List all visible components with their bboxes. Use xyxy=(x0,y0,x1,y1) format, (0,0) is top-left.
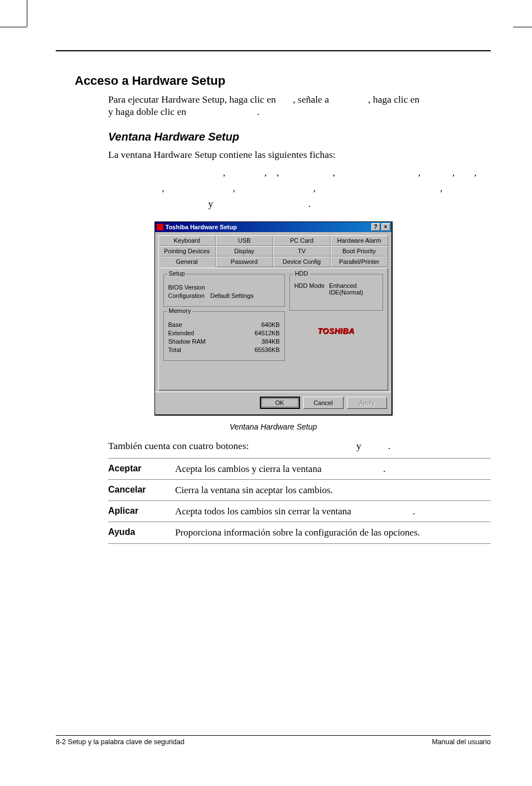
tabs-list-text: , , , , , , , , , , xyxy=(108,165,491,211)
app-icon xyxy=(157,224,163,230)
hardware-setup-dialog: Toshiba Hardware Setup ? × Keyboard USB … xyxy=(154,221,393,416)
tab-password[interactable]: Password xyxy=(216,257,273,267)
subsection-intro: La ventana Hardware Setup contiene las s… xyxy=(108,149,491,161)
def-term: Ayuda xyxy=(108,522,175,543)
memory-legend: Memory xyxy=(167,307,193,314)
mem-base-label: Base xyxy=(168,321,182,328)
tab-general[interactable]: General xyxy=(158,257,216,267)
configuration-label: Configuration xyxy=(168,292,205,299)
dialog-titlebar: Toshiba Hardware Setup ? × xyxy=(155,222,391,232)
hdd-group: HDD HDD Mode Enhanced IDE(Normal) xyxy=(289,274,383,311)
mem-total-label: Total xyxy=(168,346,181,353)
tab-boot-priority[interactable]: Boot Priority xyxy=(331,246,388,257)
subsection-heading: Ventana Hardware Setup xyxy=(108,131,491,143)
hdd-legend: HDD xyxy=(293,270,310,277)
button-definitions-table: Aceptar Acepta los cambios y cierra la v… xyxy=(108,458,491,544)
mem-total-value: 65536KB xyxy=(241,346,280,353)
table-row: Cancelar Cierra la ventana sin aceptar l… xyxy=(108,479,491,500)
buttons-intro: También cuenta con cuatro botones: y . xyxy=(108,440,491,452)
section-heading: Acceso a Hardware Setup xyxy=(75,74,491,88)
setup-group: Setup BIOS Version Configuration Default… xyxy=(163,274,285,307)
figure-caption: Ventana Hardware Setup xyxy=(56,422,491,431)
tab-display[interactable]: Display xyxy=(216,246,273,257)
hdd-mode-label: HDD Mode xyxy=(294,282,325,296)
memory-group: Memory Base640KB Extended64512KB Shadow … xyxy=(163,311,285,361)
footer-left: 8-2 Setup y la palabra clave de segurida… xyxy=(56,738,185,746)
tab-pc-card[interactable]: PC Card xyxy=(273,235,331,246)
tab-pointing-devices[interactable]: Pointing Devices xyxy=(158,246,216,257)
table-row: Ayuda Proporciona información sobre la c… xyxy=(108,522,491,543)
mem-extended-label: Extended xyxy=(168,330,194,336)
def-term: Aplicar xyxy=(108,501,175,522)
mem-shadow-label: Shadow RAM xyxy=(168,338,206,345)
def-desc: Proporciona información sobre la configu… xyxy=(175,522,491,543)
table-row: Aplicar Acepta todos los cambios sin cer… xyxy=(108,501,491,522)
mem-extended-value: 64512KB xyxy=(241,330,280,336)
help-button[interactable]: ? xyxy=(371,223,380,231)
tab-keyboard[interactable]: Keyboard xyxy=(158,235,216,246)
toshiba-logo: TOSHIBA xyxy=(289,326,383,335)
bios-version-label: BIOS Version xyxy=(168,284,205,291)
cancel-button[interactable]: Cancel xyxy=(303,397,344,409)
footer-right: Manual del usuario xyxy=(432,738,491,746)
intro-paragraph: Para ejecutar Hardware Setup, haga clic … xyxy=(108,94,491,118)
mem-shadow-value: 384KB xyxy=(241,338,280,345)
def-term: Cancelar xyxy=(108,479,175,500)
tab-usb[interactable]: USB xyxy=(216,235,273,246)
setup-legend: Setup xyxy=(167,270,187,277)
mem-base-value: 640KB xyxy=(241,321,280,328)
tab-hardware-alarm[interactable]: Hardware Alarm xyxy=(331,235,388,246)
apply-button[interactable]: Apply xyxy=(347,397,387,409)
close-button[interactable]: × xyxy=(381,223,390,231)
ok-button[interactable]: OK xyxy=(260,397,300,409)
def-desc: Acepta los cambios y cierra la ventana . xyxy=(175,458,491,479)
def-desc: Acepta todos los cambios sin cerrar la v… xyxy=(175,501,491,522)
dialog-title: Toshiba Hardware Setup xyxy=(166,224,237,230)
tab-tv[interactable]: TV xyxy=(273,246,331,257)
hdd-mode-value: Enhanced IDE(Normal) xyxy=(329,282,371,296)
tab-parallel-printer[interactable]: Parallel/Printer xyxy=(331,257,388,267)
tab-device-config[interactable]: Device Config xyxy=(273,257,331,267)
table-row: Aceptar Acepta los cambios y cierra la v… xyxy=(108,458,491,479)
def-term: Aceptar xyxy=(108,458,175,479)
configuration-value: Default Settings xyxy=(210,292,254,299)
def-desc: Cierra la ventana sin aceptar los cambio… xyxy=(175,479,491,500)
